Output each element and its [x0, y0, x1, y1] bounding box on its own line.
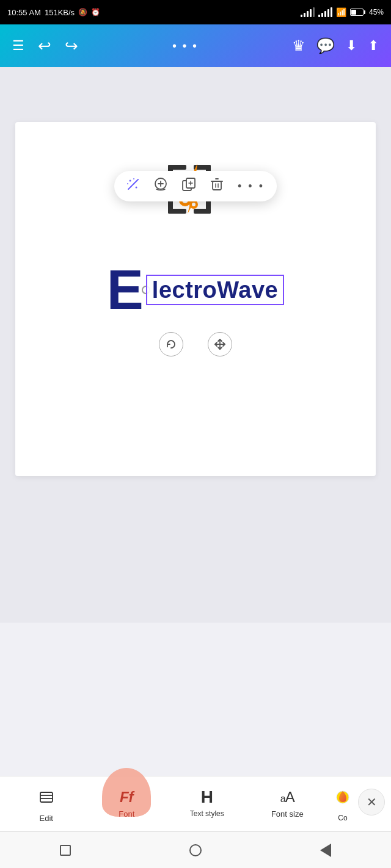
download-icon[interactable]: ⬇	[346, 38, 357, 54]
font-size-tool[interactable]: aA Font size	[247, 786, 328, 821]
edit-label: Edit	[40, 814, 53, 823]
toolbar-right: ♛ 💬 ⬇ ⬆	[292, 37, 379, 54]
rotate-handle[interactable]	[159, 332, 183, 356]
nav-recents-button[interactable]	[183, 838, 208, 863]
nav-triangle-icon	[320, 844, 331, 857]
font-icon: Ff	[120, 789, 134, 806]
more-options-icon[interactable]: • • •	[172, 39, 198, 53]
status-left: 10:55 AM 151KB/s 🔕 ⏰	[7, 8, 100, 17]
edit-icon	[38, 789, 55, 810]
main-toolbar: ☰ ↩ ↪ • • • ♛ 💬 ⬇ ⬆	[0, 24, 391, 67]
time: 10:55 AM	[7, 8, 41, 17]
battery-indicator	[350, 9, 365, 16]
text-styles-label: Text styles	[190, 809, 224, 818]
edit-tool[interactable]: Edit	[6, 786, 87, 825]
wifi-icon: 📶	[336, 7, 346, 17]
font-size-label: Font size	[271, 809, 304, 819]
svg-rect-2	[168, 209, 186, 214]
color-label: Co	[338, 814, 347, 822]
color-tool[interactable]: Co	[327, 786, 358, 825]
svg-line-11	[128, 183, 135, 189]
mute-icon: 🔕	[78, 8, 87, 16]
status-right: 📶 45%	[301, 7, 384, 17]
svg-line-12	[135, 179, 138, 183]
font-size-icon: aA	[280, 789, 294, 806]
toolbar-left: ☰ ↩ ↪	[12, 37, 78, 56]
canvas-area: • • • E lectroWave	[0, 98, 391, 501]
signal-bars	[301, 7, 315, 17]
svg-point-16	[133, 178, 134, 179]
canvas-bottom-space	[0, 501, 391, 623]
svg-rect-31	[40, 792, 53, 802]
svg-point-10	[192, 203, 196, 206]
nav-circle-icon	[189, 844, 202, 856]
alarm-icon: ⏰	[91, 8, 100, 16]
move-handle[interactable]	[208, 332, 232, 356]
svg-rect-5	[194, 209, 211, 214]
crown-icon[interactable]: ♛	[292, 37, 305, 54]
signal-bars-2	[318, 7, 332, 17]
menu-icon[interactable]: ☰	[12, 38, 24, 54]
font-tool[interactable]: Ff Font	[87, 786, 167, 821]
text-styles-tool[interactable]: H Text styles	[167, 786, 247, 820]
svg-rect-24	[213, 181, 221, 190]
battery-percent: 45%	[369, 8, 384, 16]
share-icon[interactable]: ⬆	[368, 38, 379, 54]
design-canvas[interactable]: • • • E lectroWave	[15, 122, 376, 476]
status-bar: 10:55 AM 151KB/s 🔕 ⏰ 📶	[0, 0, 391, 24]
chat-icon[interactable]: 💬	[316, 37, 335, 54]
nav-square-icon	[60, 845, 71, 856]
svg-point-14	[136, 187, 137, 189]
close-panel-button[interactable]: ✕	[358, 789, 385, 816]
nav-back-button[interactable]	[313, 838, 338, 863]
data-speed: 151KB/s	[45, 8, 75, 17]
text-styles-icon: H	[201, 789, 213, 806]
close-icon: ✕	[367, 795, 377, 809]
logo-text-selected[interactable]: lectroWave	[146, 275, 284, 305]
color-icon	[334, 789, 351, 810]
svg-point-15	[127, 183, 128, 184]
duplicate-icon[interactable]	[181, 177, 196, 195]
nav-home-button[interactable]	[53, 838, 78, 863]
svg-point-13	[130, 180, 131, 182]
element-handles	[159, 332, 232, 356]
canvas-top-space	[0, 67, 391, 98]
context-menu: • • •	[114, 171, 277, 201]
undo-icon[interactable]: ↩	[38, 37, 51, 56]
text-element[interactable]: E lectroWave	[107, 262, 284, 317]
magic-edit-icon[interactable]	[126, 178, 140, 195]
delete-icon[interactable]	[210, 177, 224, 195]
toolbar-center: • • •	[172, 39, 198, 53]
system-nav-bar	[0, 831, 391, 868]
bottom-panel: Edit Ff Font H Text styles aA Font size	[0, 776, 391, 831]
comment-icon[interactable]	[153, 177, 168, 195]
svg-rect-1	[168, 165, 186, 170]
font-label: Font	[119, 809, 134, 819]
redo-icon[interactable]: ↪	[65, 37, 78, 56]
big-letter-e: E	[107, 262, 144, 317]
more-context-icon[interactable]: • • •	[238, 180, 265, 193]
